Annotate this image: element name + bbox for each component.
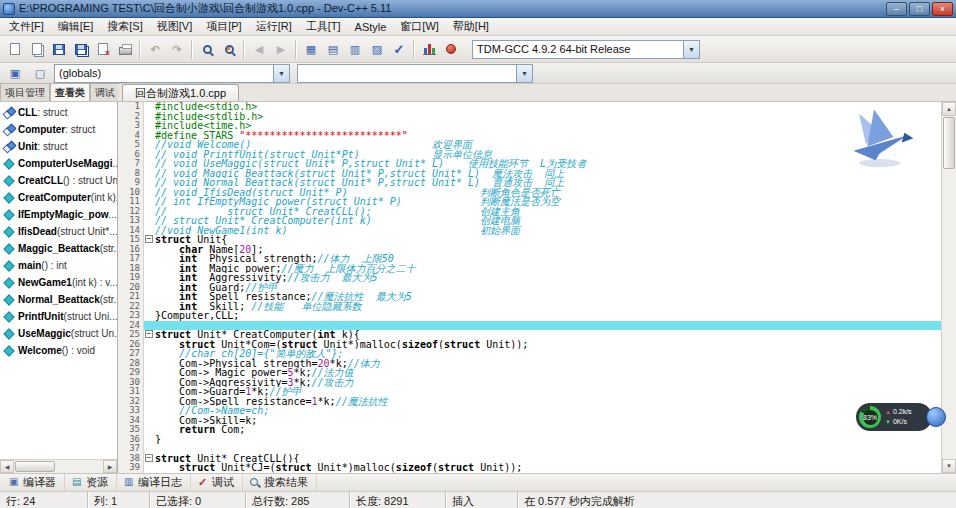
tree-item[interactable]: CLL : struct: [0, 104, 117, 121]
syntax-check-button[interactable]: ✓: [388, 39, 410, 60]
code-line[interactable]: 25−struct Unit* CreatComputer(int k){: [118, 330, 941, 340]
code-line[interactable]: 36}: [118, 435, 941, 445]
menu-item[interactable]: 视图[V]: [150, 17, 199, 36]
scroll-down-icon[interactable]: ▼: [942, 459, 956, 473]
tree-item[interactable]: IfisDead (struct Unit*...: [0, 223, 117, 240]
code-line[interactable]: 16 char Name[20];: [118, 245, 941, 255]
window-layout-button[interactable]: ▥: [344, 39, 366, 60]
menu-item[interactable]: 工具[T]: [299, 17, 348, 36]
editor-tab-active[interactable]: 回合制游戏1.0.cpp: [122, 84, 239, 101]
new-source-button[interactable]: [4, 39, 26, 60]
code-line[interactable]: 26 struct Unit*Com=(struct Unit*)malloc(…: [118, 340, 941, 350]
chevron-down-icon[interactable]: ▼: [516, 65, 532, 82]
code-line[interactable]: 1#include<stdio.h>: [118, 102, 941, 112]
member-select[interactable]: ▼: [297, 64, 533, 83]
code-line[interactable]: 8// void Maggic_Beattack(struct Unit* P,…: [118, 169, 941, 179]
code-line[interactable]: 13// struct Unit* CreatComputer(int k) 创…: [118, 216, 941, 226]
code-line[interactable]: 5//void Welcome() 欢迎界面: [118, 140, 941, 150]
code-line[interactable]: 15−struct Unit{: [118, 235, 941, 245]
bottom-tab-search[interactable]: 搜索结果: [245, 474, 317, 491]
open-file-button[interactable]: [26, 39, 48, 60]
save-button[interactable]: [48, 39, 70, 60]
code-line[interactable]: 10// void IfisDead(struct Unit* P) 判断角色是…: [118, 188, 941, 198]
toggle-project-panel-button[interactable]: ▣: [4, 63, 26, 84]
code-line[interactable]: 2#include<stdlib.h>: [118, 112, 941, 122]
tab-project-manager[interactable]: 项目管理: [0, 83, 50, 101]
fold-toggle[interactable]: −: [145, 330, 153, 338]
tree-item[interactable]: Computer : struct: [0, 121, 117, 138]
code-line[interactable]: 14//void NewGame1(int k) 初始界面: [118, 226, 941, 236]
bottom-tab-debug[interactable]: 调试: [193, 474, 243, 491]
menu-item[interactable]: 编辑[E]: [51, 17, 100, 36]
bottom-tab-resources[interactable]: 资源: [67, 474, 117, 491]
scroll-track[interactable]: [14, 460, 103, 473]
code-line[interactable]: 28 Com->Physical_strength=20*k;//体力: [118, 359, 941, 369]
code-line[interactable]: 19 int Aggressivity;//攻击力 最大为5: [118, 273, 941, 283]
menu-item[interactable]: 文件[F]: [2, 17, 51, 36]
tree-item[interactable]: CreatCLL () : struct Un...: [0, 172, 117, 189]
goto-back-button[interactable]: ◀: [248, 39, 270, 60]
code-line[interactable]: 9// void Normal_Beattack(struct Unit* P,…: [118, 178, 941, 188]
bottom-tab-compiler[interactable]: 编译器: [4, 474, 65, 491]
code-line[interactable]: 31 Com->Guard=1*k;//护甲: [118, 387, 941, 397]
tree-item[interactable]: ComputerUseMaggi...: [0, 155, 117, 172]
code-line[interactable]: 37: [118, 444, 941, 454]
fold-toggle[interactable]: −: [145, 235, 153, 243]
redo-button[interactable]: ↷: [166, 39, 188, 60]
delete-profiling-button[interactable]: [440, 39, 462, 60]
code-line[interactable]: 18 int Magic_power;//魔力 上限体力百分之二十: [118, 264, 941, 274]
tree-item[interactable]: Welcome () : void: [0, 342, 117, 359]
menu-item[interactable]: AStyle: [348, 19, 394, 35]
titlebar[interactable]: E:\PROGRAMING TEST\C\回合制小游戏\回合制游戏1.0.cpp…: [0, 0, 956, 18]
tab-class-browser[interactable]: 查看类: [50, 83, 90, 101]
chevron-down-icon[interactable]: ▼: [273, 65, 289, 82]
code-line[interactable]: 17 int Physical_strength;//体力 上限50: [118, 254, 941, 264]
tree-item[interactable]: NewGame1 (int k) : v...: [0, 274, 117, 291]
scroll-left-icon[interactable]: ◀: [0, 460, 14, 473]
scroll-right-icon[interactable]: ▶: [103, 460, 117, 473]
save-all-button[interactable]: [70, 39, 92, 60]
code-line[interactable]: 24: [118, 321, 941, 331]
code-line[interactable]: 23}Computer,CLL;: [118, 311, 941, 321]
code-line[interactable]: 29 Com-> Magic_power=5*k;//法力值: [118, 368, 941, 378]
tree-item[interactable]: CreatComputer (int k)...: [0, 189, 117, 206]
menu-item[interactable]: 项目[P]: [199, 17, 248, 36]
tree-item[interactable]: Maggic_Beattack (str...: [0, 240, 117, 257]
tree-item[interactable]: Normal_Beattack (str...: [0, 291, 117, 308]
globals-select[interactable]: (globals) ▼: [54, 64, 290, 83]
project-options-button[interactable]: ▤: [322, 39, 344, 60]
code-line[interactable]: 4#define STARS "************************…: [118, 131, 941, 141]
tree-item[interactable]: UseMaggic (struct Un...: [0, 325, 117, 342]
goto-forward-button[interactable]: ▶: [270, 39, 292, 60]
close-button[interactable]: ×: [932, 2, 953, 16]
menu-item[interactable]: 搜索[S]: [100, 17, 149, 36]
code-line[interactable]: 3#include<time.h>: [118, 121, 941, 131]
sidebar-horizontal-scrollbar[interactable]: ◀ ▶: [0, 459, 117, 473]
floating-ball-widget[interactable]: [926, 407, 946, 427]
code-line[interactable]: 20 int Guard;//护甲: [118, 283, 941, 293]
code-area[interactable]: 1#include<stdio.h>2#include<stdlib.h>3#i…: [118, 102, 941, 473]
scroll-thumb[interactable]: [15, 461, 55, 472]
code-line[interactable]: 21 int Spell_resistance;//魔法抗性 最大为5: [118, 292, 941, 302]
code-line[interactable]: 27 //char ch[20]={"简单的敌人"};: [118, 349, 941, 359]
tree-item[interactable]: main () : int: [0, 257, 117, 274]
code-line[interactable]: 38−struct Unit* CreatCLL(){: [118, 454, 941, 464]
scroll-up-icon[interactable]: ▲: [942, 102, 956, 116]
code-line[interactable]: 34 Com->Skill=k;: [118, 416, 941, 426]
net-speed-gauge[interactable]: 83% ▲ 0.2k/s ▼ 0K/s: [856, 403, 932, 431]
tab-debug[interactable]: 调试: [90, 83, 120, 101]
code-line[interactable]: 35 return Com;: [118, 425, 941, 435]
code-line[interactable]: 6// void PrintfUnit(struct Unit*Pt) 显示单位…: [118, 150, 941, 160]
code-line[interactable]: 12// struct Unit* CreatCLL(); 创建主角: [118, 207, 941, 217]
code-line[interactable]: 22 int Skill; //技能 单位隐藏系数: [118, 302, 941, 312]
minimize-button[interactable]: –: [886, 2, 907, 16]
scroll-track[interactable]: [942, 116, 956, 459]
tree-item[interactable]: Unit : struct: [0, 138, 117, 155]
compiler-select[interactable]: TDM-GCC 4.9.2 64-bit Release ▼: [472, 40, 700, 59]
chevron-down-icon[interactable]: ▼: [683, 41, 699, 58]
tree-item[interactable]: PrintfUnit (struct Uni...: [0, 308, 117, 325]
replace-button[interactable]: [218, 39, 240, 60]
fold-toggle[interactable]: −: [145, 454, 153, 462]
menu-item[interactable]: 窗口[W]: [393, 17, 446, 36]
tree-item[interactable]: IfEmptyMagic_pow...: [0, 206, 117, 223]
